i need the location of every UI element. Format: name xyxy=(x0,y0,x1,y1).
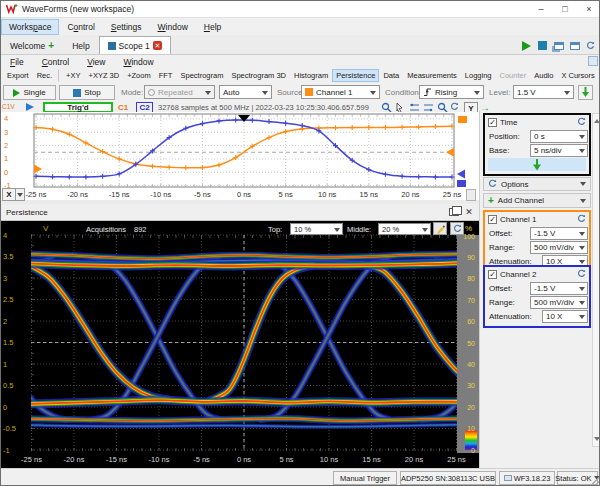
menu-item-window[interactable]: Window xyxy=(150,19,196,35)
trigger-mode-select[interactable]: Auto xyxy=(219,85,272,99)
refresh-plot-icon[interactable] xyxy=(450,102,459,111)
tab-help[interactable]: Help xyxy=(63,36,98,54)
scope-menu-item-window[interactable]: Window xyxy=(114,55,162,69)
settings-gear-icon[interactable] xyxy=(584,39,597,52)
ch2-attenuation-select[interactable]: 10 X xyxy=(542,310,588,323)
persistence-x-tick: 10 ns xyxy=(320,455,339,464)
close-panel-icon[interactable]: ✕ xyxy=(462,207,476,217)
ch1-offset-select[interactable]: -1.5 V xyxy=(530,227,588,240)
green-down-arrow-icon xyxy=(581,87,590,98)
toolbar-item-xy[interactable]: +XY xyxy=(62,69,84,82)
tab-welcome[interactable]: Welcome+ xyxy=(1,36,63,54)
minimize-button[interactable]: – xyxy=(529,1,553,17)
top-select[interactable]: 10 % xyxy=(290,223,343,235)
mode-select[interactable]: Repeated xyxy=(144,85,215,99)
time-drop-zone[interactable] xyxy=(488,158,586,171)
pct-tick: 10 xyxy=(467,425,475,432)
toolbar-item-x-cursors[interactable]: X Cursors xyxy=(557,69,598,82)
toolbar-item-data[interactable]: Data xyxy=(379,69,403,82)
axis-settings-button[interactable] xyxy=(466,189,476,201)
level-select[interactable]: 1.5 V xyxy=(513,85,574,99)
rising-edge-icon xyxy=(423,87,432,97)
ch2-range-select[interactable]: 500 mV/div xyxy=(530,296,588,309)
time-checkbox[interactable]: ✓ xyxy=(488,118,497,127)
x-axis-dropdown-icon[interactable] xyxy=(16,188,25,201)
toolbar-item-measurements[interactable]: Measurements xyxy=(403,69,461,82)
waveforms-logo-icon xyxy=(5,3,18,15)
scroll-up-icon[interactable] xyxy=(594,116,600,123)
channel-2-right-marker xyxy=(457,180,466,187)
device-badge[interactable]: ADP5250 SN:308113C USB xyxy=(400,471,496,485)
toolbar-item-xyz-3d[interactable]: +XYZ 3D xyxy=(85,69,124,82)
condition-value: Rising xyxy=(435,88,457,97)
add-tab-icon[interactable]: + xyxy=(48,40,54,51)
tab-scope-1[interactable]: Scope 1✕ xyxy=(99,36,171,54)
pct-tick: 80 xyxy=(467,275,475,282)
middle-select[interactable]: 20 % xyxy=(378,223,431,235)
tile-windows-icon[interactable] xyxy=(568,39,581,52)
pct-tick: 60 xyxy=(467,318,475,325)
stop-button[interactable]: Stop xyxy=(59,85,115,100)
panel-scrollbar[interactable] xyxy=(592,113,600,447)
cascade-windows-icon[interactable] xyxy=(552,39,565,52)
channel-1-checkbox[interactable]: ✓ xyxy=(488,215,497,224)
scope-menu-item-view[interactable]: View xyxy=(78,55,114,69)
resize-grip[interactable] xyxy=(591,477,599,485)
toolbar-item-zoom[interactable]: +Zoom xyxy=(123,69,155,82)
clear-persistence-button[interactable] xyxy=(433,222,447,235)
persistence-settings-icon[interactable] xyxy=(450,222,464,235)
menu-item-help[interactable]: Help xyxy=(196,19,229,35)
toolbar-item-audio[interactable]: Audio xyxy=(530,69,557,82)
view-toolbar: ExportRec.+XY+XYZ 3D+ZoomFFTSpectrogramS… xyxy=(1,68,600,83)
level-auto-button[interactable] xyxy=(578,85,593,100)
options-button[interactable]: Options xyxy=(483,177,591,191)
single-button[interactable]: Single xyxy=(3,85,56,100)
repeated-icon xyxy=(148,89,155,96)
scope-menu-item-control[interactable]: Control xyxy=(33,55,78,69)
close-tab-icon[interactable]: ✕ xyxy=(153,41,162,50)
ch2-offset-select[interactable]: -1.5 V xyxy=(530,282,588,295)
menu-item-settings[interactable]: Settings xyxy=(103,19,150,35)
base-select[interactable]: 5 ns/div xyxy=(530,144,588,157)
condition-select[interactable]: Rising xyxy=(419,85,484,99)
manual-trigger-button[interactable]: Manual Trigger xyxy=(333,471,397,485)
persistence-x-tick: -25 ns xyxy=(21,455,42,464)
toolbar-item-spectrogram[interactable]: Spectrogram xyxy=(176,69,227,82)
toolbar-item-logging[interactable]: Logging xyxy=(461,69,496,82)
time-position-row: Position:0 s xyxy=(488,130,586,143)
float-window-icon[interactable] xyxy=(588,56,598,66)
add-channel-button[interactable]: +Add Channel xyxy=(483,193,591,208)
persistence-y-tick: 3 xyxy=(3,274,7,283)
ch1-range-select[interactable]: 500 mV/div xyxy=(530,241,588,254)
source-select[interactable]: Channel 1 xyxy=(301,85,380,99)
run-all-icon[interactable] xyxy=(520,39,533,52)
acquisitions-label: Acquisitions xyxy=(86,225,126,234)
scroll-down-icon[interactable] xyxy=(594,437,600,444)
menu-item-workspace[interactable]: Workspace xyxy=(1,19,59,35)
channel-1-settings-icon[interactable] xyxy=(577,214,586,225)
scope-x-tick: 15 ns xyxy=(360,190,379,199)
stop-all-icon[interactable] xyxy=(536,39,549,52)
toolbar-item-persistence[interactable]: Persistence xyxy=(332,69,379,82)
toolbar-item-histogram[interactable]: Histogram xyxy=(290,69,332,82)
channel-2-checkbox[interactable]: ✓ xyxy=(488,270,497,279)
pct-tick: 50 xyxy=(467,340,475,347)
persistence-y-tick: 0.5 xyxy=(3,381,13,390)
scope-menu-item-file[interactable]: File xyxy=(1,55,33,69)
float-panel-icon[interactable] xyxy=(449,208,459,216)
position-select[interactable]: 0 s xyxy=(530,130,588,143)
title-bar: WaveForms (new workspace) – □ × xyxy=(1,1,600,18)
add-channel-chevron-icon xyxy=(580,199,586,206)
x-axis-button[interactable]: X xyxy=(2,188,25,201)
time-settings-icon[interactable] xyxy=(577,117,586,128)
toolbar-item-spectrogram-3d[interactable]: Spectrogram 3D xyxy=(227,69,290,82)
version-badge[interactable]: WF3.18.23 xyxy=(499,471,555,485)
toolbar-item-fft[interactable]: FFT xyxy=(155,69,177,82)
toolbar-item-rec[interactable]: Rec. xyxy=(33,69,59,82)
close-button[interactable]: × xyxy=(577,1,600,17)
menu-item-control[interactable]: Control xyxy=(59,19,102,35)
channel-2-settings-icon[interactable] xyxy=(577,269,586,280)
persistence-y-tick: 4 xyxy=(3,231,7,240)
toolbar-item-export[interactable]: Export xyxy=(3,69,33,82)
maximize-button[interactable]: □ xyxy=(553,1,577,17)
